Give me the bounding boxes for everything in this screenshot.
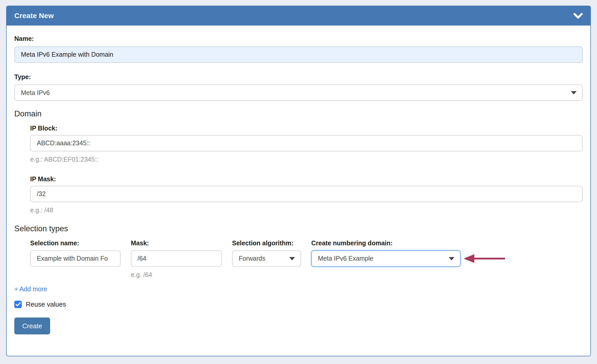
add-more-link[interactable]: + Add more: [14, 285, 47, 293]
ip-block-label: IP Block:: [30, 125, 583, 132]
left-arrow-icon: [462, 253, 506, 264]
selection-algorithm-column: Selection algorithm: Forwards: [232, 240, 301, 267]
ip-mask-hint: e.g.: /48: [30, 207, 583, 214]
ip-mask-label: IP Mask:: [30, 176, 583, 183]
reuse-values-checkbox[interactable]: [14, 301, 22, 308]
reuse-values-row: Reuse values: [14, 300, 583, 308]
selection-name-label: Selection name:: [30, 240, 121, 247]
ip-block-hint: e.g.: ABCD:EF01:2345::: [30, 156, 583, 163]
name-label: Name:: [14, 35, 583, 42]
mask-column: Mask: e.g. /64: [131, 240, 222, 278]
create-new-panel: Create New Name: Type: Meta IPv6 Domain …: [6, 6, 591, 356]
type-label: Type:: [14, 74, 583, 81]
create-button[interactable]: Create: [14, 318, 50, 334]
domain-section-heading: Domain: [14, 110, 583, 118]
chevron-down-icon[interactable]: [573, 13, 583, 19]
ip-mask-group: IP Mask: e.g.: /48: [30, 176, 583, 214]
ip-block-group: IP Block: e.g.: ABCD:EF01:2345::: [30, 125, 583, 163]
caret-down-icon: [571, 91, 577, 94]
numbering-domain-label: Create numbering domain:: [311, 240, 506, 247]
panel-body: Name: Type: Meta IPv6 Domain IP Block: e…: [7, 26, 590, 334]
selection-algorithm-value: Forwards: [239, 255, 265, 262]
type-select[interactable]: Meta IPv6: [14, 84, 583, 101]
checkmark-icon: [16, 302, 21, 307]
ip-mask-input[interactable]: [30, 186, 583, 202]
numbering-domain-select[interactable]: Meta IPv6 Example: [311, 250, 461, 267]
selection-name-column: Selection name:: [30, 240, 121, 267]
mask-hint: e.g. /64: [131, 271, 222, 278]
selection-algorithm-label: Selection algorithm:: [232, 240, 301, 247]
reuse-values-label: Reuse values: [26, 300, 66, 308]
mask-input[interactable]: [131, 250, 222, 267]
selection-types-row: Selection name: Mask: e.g. /64 Selection…: [30, 240, 583, 278]
selection-name-input[interactable]: [30, 250, 121, 267]
numbering-domain-column: Create numbering domain: Meta IPv6 Examp…: [311, 240, 506, 267]
selection-types-heading: Selection types: [14, 224, 583, 233]
caret-down-icon: [449, 257, 454, 260]
caret-down-icon: [289, 257, 295, 260]
type-select-value: Meta IPv6: [21, 89, 50, 96]
panel-title: Create New: [14, 12, 54, 20]
name-input[interactable]: [14, 46, 583, 63]
numbering-domain-wrap: Meta IPv6 Example: [311, 250, 506, 267]
panel-header[interactable]: Create New: [7, 6, 590, 26]
page-background: Create New Name: Type: Meta IPv6 Domain …: [0, 0, 597, 364]
selection-algorithm-select[interactable]: Forwards: [232, 250, 301, 267]
numbering-domain-value: Meta IPv6 Example: [318, 255, 373, 262]
mask-label: Mask:: [131, 240, 222, 247]
ip-block-input[interactable]: [30, 135, 583, 151]
